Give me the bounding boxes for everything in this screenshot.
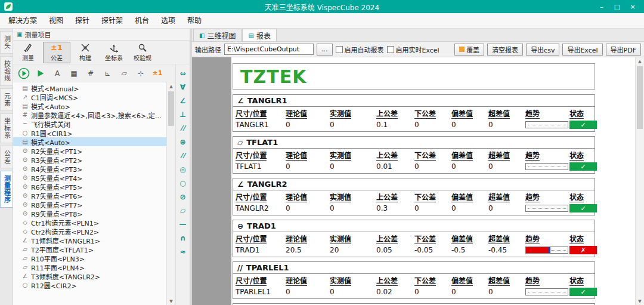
- tree-item-17[interactable]: ∠T1倾斜度<TANGLR1>: [13, 236, 166, 245]
- plus-minus-one-icon: ±1: [51, 42, 63, 53]
- menu-item-machine[interactable]: 机台: [129, 13, 155, 29]
- tree-item-6[interactable]: ▤模式<Auto>: [13, 137, 166, 146]
- scroll-thumb[interactable]: [637, 66, 643, 129]
- tree-item-16[interactable]: ◇Ctr2构造元素<PLN2>: [13, 227, 166, 236]
- tree-item-4[interactable]: ~飞行模式关闭: [13, 119, 166, 128]
- ribbon-toolbar: 测量±1公差构建坐标系校验规: [13, 41, 190, 64]
- straightness-tolerance-icon[interactable]: —: [177, 217, 190, 231]
- menu-item-view[interactable]: 视图: [43, 13, 69, 29]
- scroll-down-arrow[interactable]: ▼: [636, 297, 644, 305]
- line-profile-tolerance-icon[interactable]: ∩: [177, 231, 190, 245]
- tree-item-label: R10平面<PLN3>: [31, 254, 85, 263]
- distance-tolerance-icon[interactable]: ⇔: [177, 66, 190, 80]
- side-tab-probe[interactable]: 测头: [0, 31, 13, 54]
- circularity-tolerance-icon[interactable]: ○: [177, 176, 190, 190]
- tree-item-8[interactable]: ⊙R3矢量点<PT2>: [13, 155, 166, 164]
- surface-profile-tolerance-icon[interactable]: ≈: [177, 245, 190, 258]
- report-content: TZTEK ∠TANGLR1尺寸/位置理论值实测值上公差下公差偏差值超差值趋势状…: [192, 57, 644, 305]
- tolerance-quick-button[interactable]: ±1: [151, 67, 163, 79]
- auto-report-checkbox[interactable]: 启用自动报表: [336, 45, 384, 54]
- maximize-button[interactable]: □: [609, 0, 625, 13]
- tree-item-13[interactable]: ⊙R8矢量点<PT7>: [13, 200, 166, 209]
- tree-scrollbar[interactable]: ▲ ▼: [166, 82, 175, 305]
- dimension-value: 0: [327, 119, 374, 131]
- scroll-down-arrow[interactable]: ▼: [167, 297, 175, 305]
- side-tab-element[interactable]: 元素: [0, 88, 13, 111]
- perpendicularity-tolerance-icon[interactable]: ⊥: [177, 107, 190, 121]
- menu-item-help[interactable]: 帮助: [181, 13, 208, 29]
- close-button[interactable]: ×: [625, 0, 640, 13]
- status-badge-fail: ✗: [569, 246, 597, 254]
- side-tab-gauge[interactable]: 校验规: [0, 56, 13, 86]
- browse-button[interactable]: ...: [317, 44, 333, 56]
- tree-item-label: 测量参数逼近<4>,回退<3>,搜索<6>,定位<2>: [31, 110, 165, 120]
- parallelism-tolerance-icon[interactable]: //: [177, 121, 190, 135]
- tree-item-15[interactable]: ◇Ctr1构造元素<PLN1>: [13, 218, 166, 227]
- realtime-excel-checkbox[interactable]: 启用实时Excel: [387, 45, 439, 54]
- menu-item-solution[interactable]: 解决方案: [2, 13, 43, 29]
- tree-item-0[interactable]: ▤模式<Manual>: [13, 84, 166, 93]
- menu-item-probe-rack[interactable]: 探针架: [95, 13, 129, 29]
- scroll-up-arrow[interactable]: ▲: [167, 82, 175, 90]
- tree-item-9[interactable]: ⊙R4矢量点<PT3>: [13, 164, 166, 173]
- ribbon-construct-button[interactable]: 构建: [72, 42, 99, 63]
- scroll-up-arrow[interactable]: ▲: [636, 57, 644, 65]
- scroll-thumb[interactable]: [168, 91, 174, 126]
- tab-report[interactable]: ▤报表: [242, 29, 276, 41]
- menu-item-probe[interactable]: 探针: [69, 13, 95, 29]
- axes-button[interactable]: ⊹: [135, 67, 147, 79]
- grid-view-button[interactable]: ▦: [68, 67, 80, 79]
- tree-item-19[interactable]: ▱R10平面<PLN3>: [13, 254, 166, 263]
- tree-item-12[interactable]: ⊙R7矢量点<PT6>: [13, 191, 166, 200]
- column-header-text: 理论值: [286, 110, 307, 119]
- tree-item-11[interactable]: ⊙R6矢量点<PT5>: [13, 182, 166, 191]
- cylindricity-tolerance-icon[interactable]: ⊘: [177, 190, 190, 204]
- tree-item-14[interactable]: ⊙R9矢量点<PT8>: [13, 209, 166, 218]
- ribbon-tolerance-button[interactable]: ±1公差: [43, 42, 70, 63]
- tree-item-21[interactable]: ∠T3倾斜度<TANGLR2>: [13, 272, 166, 281]
- plane-button[interactable]: ▱: [118, 67, 130, 79]
- export-excel-button[interactable]: 导出Excel: [562, 44, 602, 56]
- column-header-5: 偏差值: [449, 149, 486, 161]
- tree-item-7[interactable]: ⊙R2矢量点<PT1>: [13, 146, 166, 155]
- side-tab-coordinate[interactable]: 坐标系: [0, 113, 13, 143]
- overwrite-button[interactable]: 覆盖: [454, 44, 484, 56]
- menu-item-options[interactable]: 选项: [155, 13, 181, 29]
- angle-tolerance-icon[interactable]: ∀: [177, 80, 190, 94]
- clear-report-button[interactable]: 清空报表: [487, 44, 523, 56]
- checkbox-icon[interactable]: [387, 46, 394, 53]
- position-tolerance-icon[interactable]: ⊕: [177, 135, 190, 149]
- tree-item-icon: ⊙: [21, 165, 29, 172]
- concentricity-tolerance-icon[interactable]: ◎: [177, 162, 190, 176]
- caliper-button[interactable]: ⊾: [101, 67, 113, 79]
- side-tab-tolerance[interactable]: 公差: [0, 146, 13, 168]
- tree-item-10[interactable]: ⊙R5矢量点<PT4>: [13, 173, 166, 182]
- tree-item-18[interactable]: ▱T2平面度<TFLAT1>: [13, 245, 166, 254]
- measure-params-button[interactable]: #: [85, 67, 97, 79]
- tab-3d-view[interactable]: ◧三维视图: [193, 29, 242, 41]
- export-csv-button[interactable]: 导出csv: [526, 44, 559, 56]
- flatness-tolerance-icon[interactable]: ▱: [177, 204, 190, 217]
- tree-item-3[interactable]: #测量参数逼近<4>,回退<3>,搜索<6>,定位<2>: [13, 110, 166, 119]
- tree-item-20[interactable]: ▱R11平面<PLN4>: [13, 263, 166, 272]
- tree-item-22[interactable]: ○R12圆<CIR2>: [13, 281, 166, 289]
- label-button[interactable]: A: [51, 67, 63, 79]
- minimize-button[interactable]: –: [594, 0, 609, 13]
- run-selected-button[interactable]: [35, 67, 47, 79]
- report-scrollbar[interactable]: ▲ ▼: [635, 57, 644, 305]
- tree-item-1[interactable]: ↗C1回调<MCS>: [13, 93, 166, 101]
- tree-item-2[interactable]: ▤模式<Auto>: [13, 101, 166, 110]
- checkbox-icon[interactable]: [336, 46, 343, 53]
- ribbon-coordinate-button[interactable]: 坐标系: [100, 42, 128, 63]
- angularity-tolerance-icon[interactable]: ∠: [177, 94, 190, 107]
- tree-item-5[interactable]: ○R1圆<CIR1>: [13, 128, 166, 137]
- report-table-title: ⊖TRAD1: [233, 220, 595, 232]
- ribbon-gauge-button[interactable]: 校验规: [129, 42, 156, 63]
- side-tab-program[interactable]: 测量程序: [0, 171, 13, 208]
- ribbon-measure-button[interactable]: 测量: [14, 42, 42, 63]
- output-path-input[interactable]: [224, 44, 314, 55]
- column-header-4: 下公差: [412, 149, 449, 161]
- symmetry-tolerance-icon[interactable]: //: [177, 149, 190, 162]
- run-all-button[interactable]: [18, 67, 30, 79]
- export-pdf-button[interactable]: 导出PDF: [606, 44, 641, 56]
